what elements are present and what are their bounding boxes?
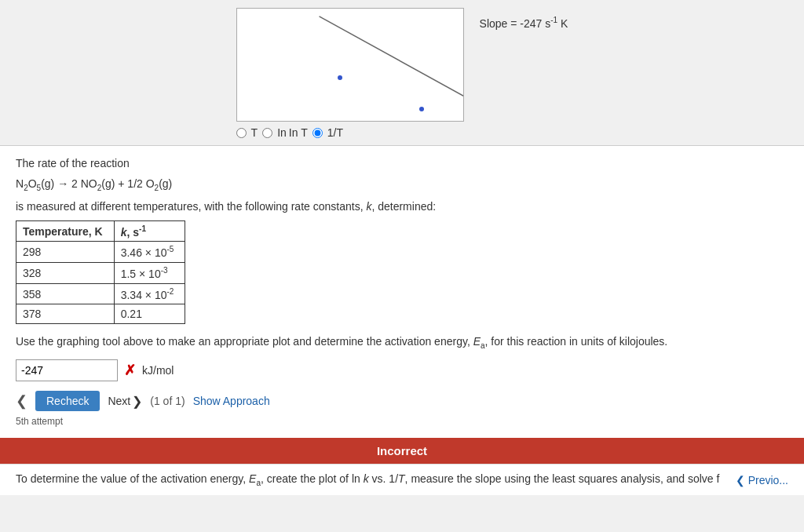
- slope-label: Slope = -247 s-1 K: [480, 8, 568, 30]
- table-row: 328 1.5 × 10-3: [16, 263, 185, 284]
- rate-298: 3.46 × 10-5: [114, 242, 185, 263]
- temp-378: 378: [16, 304, 115, 324]
- rate-328: 1.5 × 10-3: [114, 263, 185, 284]
- unit-label: kJ/mol: [142, 364, 174, 377]
- data-point-1: [338, 75, 342, 80]
- radio-1overT[interactable]: [312, 128, 323, 138]
- prev-arrow[interactable]: ❮: [16, 392, 27, 410]
- col-header-temp: Temperature, K: [16, 220, 115, 242]
- button-row: ❮ Recheck Next ❯ (1 of 1) Show Approach: [16, 391, 788, 411]
- graph-plot: [236, 8, 464, 122]
- radio-T-label[interactable]: T: [251, 126, 258, 139]
- reaction-intro: The rate of the reaction: [16, 157, 788, 169]
- data-point-2: [419, 107, 424, 111]
- previous-button[interactable]: ❮ Previo...: [736, 474, 788, 486]
- temp-298: 298: [16, 242, 115, 263]
- hint-bar: To determine the value of the activation…: [0, 464, 804, 495]
- hint-text: To determine the value of the activation…: [16, 472, 728, 487]
- attempt-label: 5th attempt: [16, 416, 788, 427]
- radio-lnT-label[interactable]: In In T: [277, 126, 308, 139]
- table-row: 378 0.21: [16, 304, 185, 324]
- temp-358: 358: [16, 283, 115, 304]
- radio-lnT[interactable]: [262, 128, 272, 138]
- recheck-button[interactable]: Recheck: [35, 391, 100, 411]
- rate-378: 0.21: [114, 304, 185, 324]
- radio-T[interactable]: [236, 128, 247, 138]
- radio-1overT-label[interactable]: 1/T: [327, 126, 343, 139]
- show-approach-link[interactable]: Show Approach: [193, 395, 270, 407]
- answer-row: ✗ kJ/mol: [16, 359, 788, 381]
- question-text: Use the graphing tool above to make an a…: [16, 335, 788, 350]
- next-button[interactable]: Next ❯: [108, 394, 142, 409]
- main-content: The rate of the reaction N2O5(g) → 2 NO2…: [0, 145, 804, 438]
- table-row: 298 3.46 × 10-5: [16, 242, 185, 263]
- incorrect-bar: Incorrect: [0, 438, 804, 464]
- temp-328: 328: [16, 263, 115, 284]
- svg-line-0: [319, 16, 462, 121]
- col-header-rate: k, s-1: [114, 220, 185, 242]
- axis-selector: T In In T 1/T: [236, 126, 464, 139]
- page-indicator: (1 of 1): [150, 395, 185, 407]
- rate-358: 3.34 × 10-2: [114, 283, 185, 304]
- answer-input[interactable]: [16, 359, 118, 381]
- data-table: Temperature, K k, s-1 298 3.46 × 10-5 32…: [16, 220, 185, 325]
- incorrect-icon: ✗: [124, 362, 136, 379]
- table-row: 358 3.34 × 10-2: [16, 283, 185, 304]
- reaction-equation: N2O5(g) → 2 NO2(g) + 1/2 O2(g): [16, 177, 788, 192]
- reaction-description: is measured at different temperatures, w…: [16, 200, 788, 213]
